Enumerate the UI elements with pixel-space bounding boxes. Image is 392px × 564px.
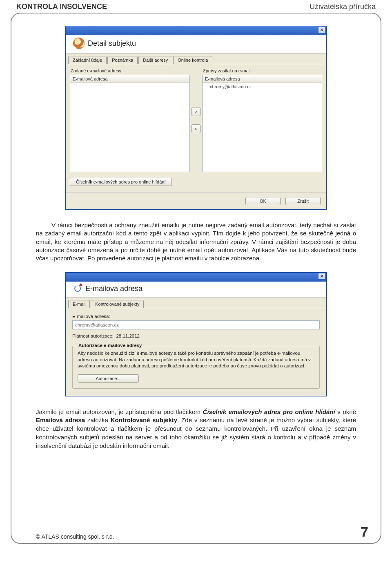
refresh-arrow-icon — [73, 284, 82, 293]
para2-text: v okně — [335, 408, 356, 415]
para2-text: Jakmile je email autorizován, je zpřístu… — [36, 408, 203, 415]
people-icon — [73, 38, 85, 49]
doc-title-right: Uživatelská příručka — [310, 2, 376, 11]
close-icon[interactable]: × — [318, 273, 325, 280]
left-email-list[interactable]: E-mailová adresa — [70, 75, 190, 172]
body-paragraph-2: Jakmile je email autorizován, je zpřístu… — [36, 408, 356, 450]
left-list-header: E-mailová adresa — [70, 75, 189, 83]
ok-button[interactable]: OK — [245, 197, 281, 205]
tab-online-kontrola[interactable]: Online kontrola — [173, 56, 212, 64]
right-email-list[interactable]: E-mailová adresa chromy@atlascon.cz — [202, 75, 322, 172]
move-right-button[interactable]: > — [192, 107, 200, 116]
dialog1-title: Detail subjektu — [88, 39, 136, 48]
doc-title-left: KONTROLA INSOLVENCE — [16, 2, 107, 11]
move-left-button[interactable]: < — [192, 124, 200, 133]
dialog2-title: E-mailová adresa — [85, 284, 143, 293]
close-icon[interactable]: × — [318, 27, 325, 33]
email-label: E-mailová adresa: — [72, 314, 320, 319]
document-frame: × Detail subjektu Základní údaje Poznámk… — [11, 13, 381, 544]
right-list-label: Zprávy zasílat na e-mail: — [202, 68, 322, 73]
tab-zakladni-udaje[interactable]: Základní údaje — [68, 56, 107, 64]
copyright: © ATLAS consulting spol. s r.o. — [36, 533, 114, 540]
group-title: Autorizace e-mailové adresy — [77, 343, 143, 348]
right-list-header: E-mailová adresa — [203, 75, 322, 83]
list-item[interactable]: chromy@atlascon.cz — [203, 83, 322, 90]
page-number: 7 — [361, 524, 368, 540]
dialog2-titlebar[interactable]: × — [66, 273, 326, 282]
validity-date: 28.11.2012 — [116, 333, 140, 338]
tab-email[interactable]: E-mail — [68, 300, 90, 308]
validity-label: Platnost autorizace: — [72, 333, 114, 338]
body-paragraph-1: V rámci bezpečnosti a ochrany zneužití e… — [36, 221, 356, 262]
tab-kontrolovane-subjekty[interactable]: Kontrolované subjekty — [91, 300, 144, 308]
paragraph1-text: V rámci bezpečnosti a ochrany zneužití e… — [36, 222, 356, 262]
detail-subjektu-dialog: × Detail subjektu Základní údaje Poznámk… — [65, 26, 327, 210]
para2-text: záložka — [85, 416, 111, 423]
para2-emph1: Číselník emailových adres pro online hlí… — [203, 408, 335, 415]
tab-dalsi-adresy[interactable]: Další adresy — [138, 56, 172, 64]
para2-bold2: Kontrolované subjekty — [111, 416, 177, 423]
para2-bold1: Emailová adresa — [36, 416, 85, 423]
group-text: Aby nedošlo ke zneužití cizí e-mailové a… — [78, 350, 314, 369]
left-list-label: Zadané e-mailové adresy: — [70, 68, 190, 73]
cancel-button[interactable]: Zrušit — [285, 197, 321, 205]
ciselnik-button[interactable]: Číselník e-mailových adres pro online hl… — [70, 178, 172, 186]
emailova-adresa-dialog: × E-mailová adresa E-mail Kontrolované s… — [65, 272, 327, 396]
dialog1-titlebar[interactable]: × — [66, 26, 326, 35]
tab-poznamka[interactable]: Poznámka — [107, 56, 138, 64]
autorizace-button[interactable]: Autorizace... — [78, 374, 139, 383]
authorization-group: Autorizace e-mailové adresy Aby nedošlo … — [72, 346, 320, 389]
email-field[interactable] — [72, 320, 320, 329]
